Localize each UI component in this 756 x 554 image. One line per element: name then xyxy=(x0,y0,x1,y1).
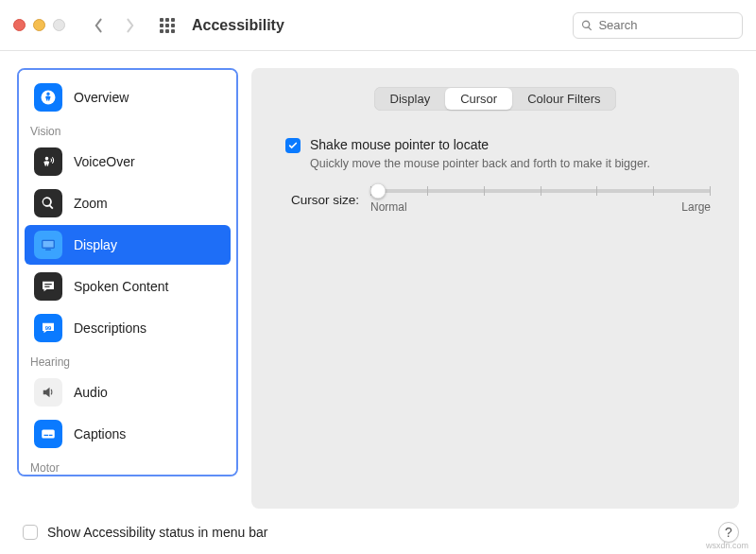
grid-icon xyxy=(160,18,175,33)
slider-thumb[interactable] xyxy=(370,183,386,199)
minimize-window-button[interactable] xyxy=(33,19,45,31)
cursor-size-label: Cursor size: xyxy=(291,193,359,207)
sidebar-group-vision: Vision xyxy=(19,119,236,140)
sidebar-item-overview[interactable]: Overview xyxy=(25,78,231,117)
nav-buttons xyxy=(86,12,143,39)
sidebar-item-label: Display xyxy=(74,237,117,252)
sidebar-item-label: Descriptions xyxy=(74,320,146,336)
svg-rect-9 xyxy=(42,430,55,439)
close-window-button[interactable] xyxy=(13,19,26,31)
status-menubar-checkbox[interactable] xyxy=(23,525,38,540)
sidebar-item-display[interactable]: Display xyxy=(25,225,231,265)
overview-icon xyxy=(34,83,62,112)
svg-rect-10 xyxy=(44,435,49,436)
captions-icon xyxy=(34,420,62,448)
voiceover-icon xyxy=(34,147,62,176)
slider-min-label: Normal xyxy=(370,200,407,214)
spoken-content-icon xyxy=(34,272,62,301)
tab-colour-filters[interactable]: Colour Filters xyxy=(512,88,615,110)
window-title: Accessibility xyxy=(192,17,284,34)
sidebar-item-label: VoiceOver xyxy=(74,154,135,169)
sidebar-item-label: Audio xyxy=(74,385,108,400)
svg-text:99: 99 xyxy=(45,325,52,331)
shake-pointer-description: Quickly move the mouse pointer back and … xyxy=(310,157,660,170)
watermark: wsxdn.com xyxy=(706,541,748,550)
shake-pointer-checkbox[interactable] xyxy=(285,138,301,153)
titlebar: Accessibility xyxy=(0,0,756,51)
svg-rect-4 xyxy=(43,241,53,248)
sidebar-item-captions[interactable]: Captions xyxy=(25,414,231,454)
sidebar-item-spoken-content[interactable]: Spoken Content xyxy=(25,267,231,306)
zoom-icon xyxy=(34,189,62,217)
segmented-control: Display Cursor Colour Filters xyxy=(280,87,711,111)
sidebar-group-hearing: Hearing xyxy=(19,350,236,371)
descriptions-icon: 99 xyxy=(34,314,62,342)
check-icon xyxy=(288,141,298,150)
sidebar-item-label: Zoom xyxy=(74,196,108,211)
sidebar-item-label: Overview xyxy=(74,90,129,105)
forward-button[interactable] xyxy=(116,12,143,39)
tab-display[interactable]: Display xyxy=(375,88,446,110)
zoom-window-button[interactable] xyxy=(53,19,65,31)
search-icon xyxy=(581,19,593,32)
sidebar-group-motor: Motor xyxy=(19,456,236,476)
search-field[interactable] xyxy=(573,12,743,39)
sidebar-item-label: Spoken Content xyxy=(74,279,168,294)
display-icon xyxy=(34,231,62,259)
audio-icon xyxy=(34,378,62,407)
sidebar-item-descriptions[interactable]: 99 Descriptions xyxy=(25,308,231,348)
window-controls xyxy=(13,19,65,31)
tab-cursor[interactable]: Cursor xyxy=(445,88,512,110)
svg-rect-7 xyxy=(44,286,49,287)
sidebar: Overview Vision VoiceOver Zoom Display xyxy=(17,68,238,476)
svg-rect-11 xyxy=(49,435,53,436)
slider-max-label: Large xyxy=(681,200,711,214)
show-all-button[interactable] xyxy=(154,12,180,39)
shake-pointer-label: Shake mouse pointer to locate xyxy=(310,137,489,152)
svg-point-1 xyxy=(46,93,49,95)
search-input[interactable] xyxy=(598,18,734,32)
main-panel: Display Cursor Colour Filters Shake mous… xyxy=(251,68,739,509)
cursor-size-slider[interactable]: Normal Large xyxy=(370,189,711,210)
sidebar-item-audio[interactable]: Audio xyxy=(25,372,231,412)
svg-rect-5 xyxy=(45,250,51,251)
footer: Show Accessibility status in menu bar ? xyxy=(0,516,756,554)
status-menubar-label: Show Accessibility status in menu bar xyxy=(47,525,267,540)
svg-point-2 xyxy=(45,157,49,161)
back-button[interactable] xyxy=(86,12,112,39)
help-button[interactable]: ? xyxy=(718,522,739,543)
sidebar-item-voiceover[interactable]: VoiceOver xyxy=(25,142,231,182)
svg-rect-6 xyxy=(44,284,52,285)
sidebar-item-zoom[interactable]: Zoom xyxy=(25,183,231,223)
sidebar-item-label: Captions xyxy=(74,426,126,441)
